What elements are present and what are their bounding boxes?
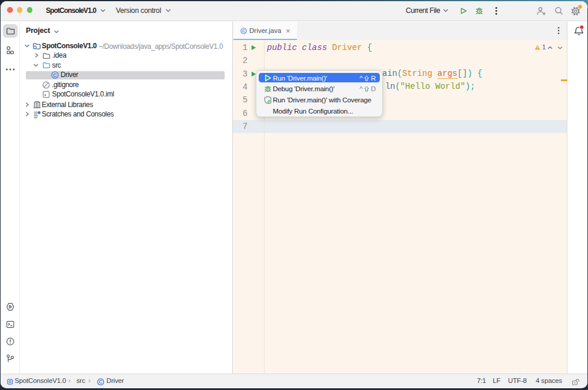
svg-text:C: C: [53, 72, 57, 78]
svg-text:C: C: [99, 379, 102, 385]
svg-text:C: C: [242, 28, 246, 34]
